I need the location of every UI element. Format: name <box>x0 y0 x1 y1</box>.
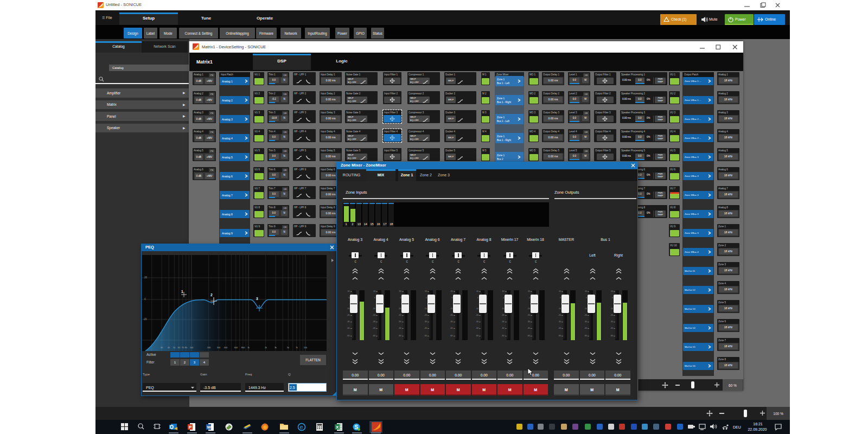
svg-text:e: e <box>300 424 303 430</box>
svg-text:X: X <box>336 425 339 430</box>
svg-text:W: W <box>207 425 212 430</box>
svg-text:P: P <box>189 425 192 430</box>
